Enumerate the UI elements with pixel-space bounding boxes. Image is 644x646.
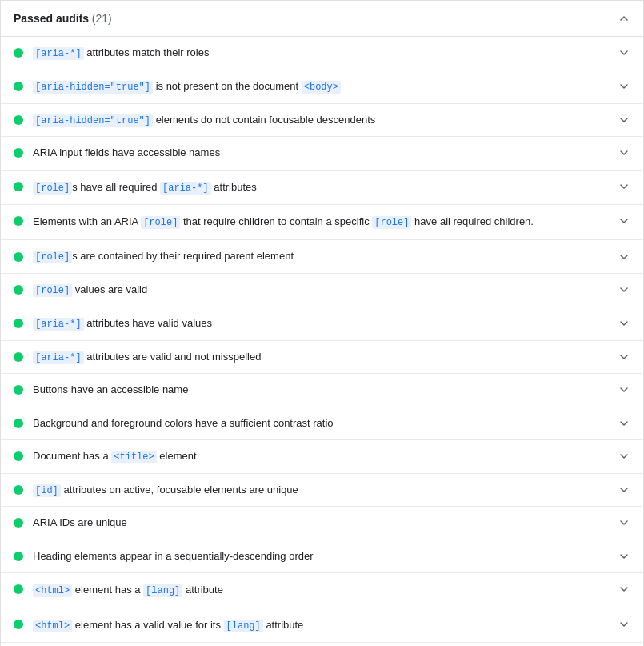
pass-indicator xyxy=(14,584,23,594)
panel-header[interactable]: Passed audits (21) xyxy=(1,1,643,37)
audit-item[interactable]: [role]s are contained by their required … xyxy=(1,240,643,274)
audit-item[interactable]: ARIA input fields have accessible names xyxy=(1,137,643,170)
expand-icon[interactable] xyxy=(618,317,630,330)
pass-indicator xyxy=(14,252,23,262)
expand-icon[interactable] xyxy=(618,516,630,529)
audit-label: [role]s are contained by their required … xyxy=(33,249,611,264)
code-token: <title> xyxy=(111,451,156,463)
expand-icon[interactable] xyxy=(618,383,630,396)
header-title-group: Passed audits (21) xyxy=(14,12,112,25)
expand-icon[interactable] xyxy=(618,146,630,159)
code-token: [aria-*] xyxy=(160,182,211,195)
code-token: [role] xyxy=(372,216,411,229)
audit-item[interactable]: [aria-*] attributes are valid and not mi… xyxy=(1,341,643,375)
code-token: [aria-*] xyxy=(33,351,84,364)
audit-label: Buttons have an accessible name xyxy=(33,383,611,397)
code-token: [aria-hidden="true"] xyxy=(33,81,153,94)
audit-label: Heading elements appear in a sequentiall… xyxy=(33,549,611,564)
pass-indicator xyxy=(14,319,23,328)
expand-icon[interactable] xyxy=(618,180,630,193)
code-token: [aria-*] xyxy=(33,318,84,331)
expand-icon[interactable] xyxy=(618,80,630,93)
code-token: <body> xyxy=(302,81,341,94)
audit-item[interactable]: [aria-hidden="true"] elements do not con… xyxy=(1,104,643,138)
code-token: [aria-*] xyxy=(33,47,84,60)
pass-indicator xyxy=(14,552,23,561)
code-token: <html> xyxy=(33,584,72,597)
expand-icon[interactable] xyxy=(618,583,630,596)
audit-item[interactable]: [aria-*] attributes have valid values xyxy=(1,307,643,341)
pass-indicator xyxy=(14,620,23,629)
pass-indicator xyxy=(14,385,23,395)
expand-icon[interactable] xyxy=(618,618,630,631)
audit-label: <html> element has a [lang] attribute xyxy=(33,583,611,598)
code-token: [role] xyxy=(141,216,180,229)
audit-label: ARIA IDs are unique xyxy=(33,516,611,530)
panel-count: (21) xyxy=(92,12,112,25)
expand-icon[interactable] xyxy=(618,351,630,363)
audit-item[interactable]: [aria-hidden="true"] is not present on t… xyxy=(1,70,643,104)
expand-icon[interactable] xyxy=(618,283,630,296)
audit-item[interactable]: Heading elements appear in a sequentiall… xyxy=(1,540,643,573)
audit-label: [aria-*] attributes are valid and not mi… xyxy=(33,350,611,365)
pass-indicator xyxy=(14,485,23,495)
audit-label: Background and foreground colors have a … xyxy=(33,416,611,431)
code-token: [id] xyxy=(33,484,61,497)
code-token: [role] xyxy=(33,182,72,195)
audit-label: [role]s have all required [aria-*] attri… xyxy=(33,180,611,195)
audit-label: [id] attributes on active, focusable ele… xyxy=(33,483,611,498)
audit-item[interactable]: [role]s have all required [aria-*] attri… xyxy=(1,171,643,206)
audit-label: [aria-*] attributes have valid values xyxy=(33,316,611,331)
audit-item[interactable]: Form elements have associated labels xyxy=(1,643,643,646)
audit-item[interactable]: [id] attributes on active, focusable ele… xyxy=(1,474,643,508)
expand-icon[interactable] xyxy=(618,417,630,430)
pass-indicator xyxy=(14,82,23,91)
code-token: [lang] xyxy=(224,620,263,632)
expand-icon[interactable] xyxy=(618,215,630,227)
pass-indicator xyxy=(14,352,23,362)
audit-label: ARIA input fields have accessible names xyxy=(33,146,611,160)
audit-item[interactable]: [role] values are valid xyxy=(1,274,643,307)
audit-label: Document has a <title> element xyxy=(33,449,611,464)
audit-label: Elements with an ARIA [role] that requir… xyxy=(33,215,611,230)
audit-item[interactable]: Buttons have an accessible name xyxy=(1,374,643,407)
audit-item[interactable]: Elements with an ARIA [role] that requir… xyxy=(1,205,643,240)
passed-audits-panel: Passed audits (21) [aria-*] attributes m… xyxy=(0,0,644,646)
pass-indicator xyxy=(14,285,23,295)
pass-indicator xyxy=(14,518,23,528)
code-token: [role] xyxy=(33,284,72,297)
pass-indicator xyxy=(14,451,23,461)
audit-item[interactable]: <html> element has a valid value for its… xyxy=(1,608,643,644)
audit-label: [role] values are valid xyxy=(33,283,611,298)
expand-icon[interactable] xyxy=(618,483,630,496)
audit-label: [aria-hidden="true"] is not present on t… xyxy=(33,79,611,94)
audit-item[interactable]: <html> element has a [lang] attribute xyxy=(1,573,643,608)
code-token: [role] xyxy=(33,251,72,263)
expand-icon[interactable] xyxy=(618,550,630,563)
code-token: [lang] xyxy=(143,584,182,597)
code-token: [aria-hidden="true"] xyxy=(33,114,153,127)
expand-icon[interactable] xyxy=(618,46,630,59)
expand-icon[interactable] xyxy=(618,251,630,263)
audit-list: [aria-*] attributes match their roles[ar… xyxy=(1,37,643,646)
audit-label: [aria-*] attributes match their roles xyxy=(33,46,611,61)
collapse-icon[interactable] xyxy=(618,12,630,25)
pass-indicator xyxy=(14,148,23,158)
panel-title: Passed audits xyxy=(14,12,89,25)
pass-indicator xyxy=(14,182,23,191)
pass-indicator xyxy=(14,419,23,428)
expand-icon[interactable] xyxy=(618,114,630,126)
pass-indicator xyxy=(14,216,23,226)
code-token: <html> xyxy=(33,620,72,632)
pass-indicator xyxy=(14,48,23,58)
audit-item[interactable]: Background and foreground colors have a … xyxy=(1,407,643,440)
audit-label: <html> element has a valid value for its… xyxy=(33,618,611,633)
audit-item[interactable]: [aria-*] attributes match their roles xyxy=(1,37,643,70)
audit-item[interactable]: ARIA IDs are unique xyxy=(1,507,643,540)
audit-item[interactable]: Document has a <title> element xyxy=(1,440,643,474)
pass-indicator xyxy=(14,115,23,125)
audit-label: [aria-hidden="true"] elements do not con… xyxy=(33,113,611,128)
expand-icon[interactable] xyxy=(618,450,630,463)
